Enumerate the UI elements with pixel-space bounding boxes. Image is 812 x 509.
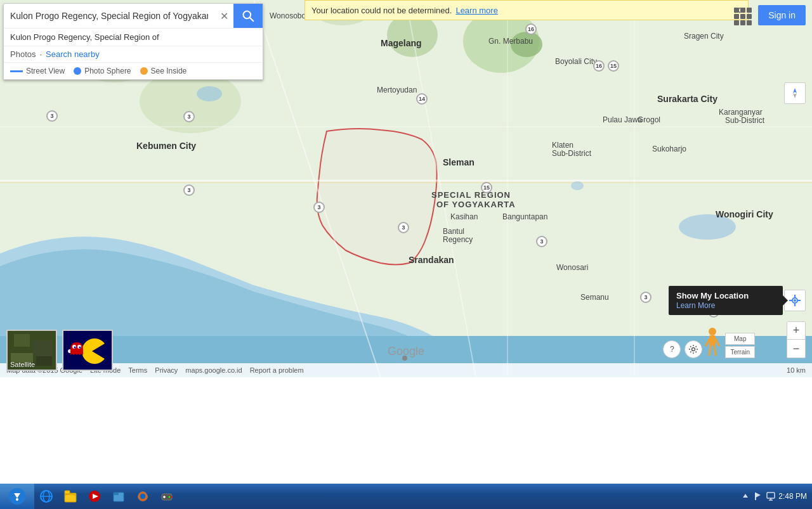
- apps-dot: [747, 8, 752, 13]
- apps-dot: [734, 20, 739, 25]
- street-view-line: [10, 70, 23, 72]
- search-suggestion[interactable]: Kulon Progo Regency, Special Region of: [4, 28, 263, 46]
- map-bottom-icons: ? Map Terrain: [663, 326, 780, 358]
- svg-point-15: [197, 86, 222, 101]
- svg-rect-68: [767, 493, 775, 498]
- see-inside-dot: [140, 67, 148, 75]
- legend-row: Street View Photo Sphere See Inside: [4, 62, 263, 79]
- search-clear-button[interactable]: ✕: [214, 4, 233, 28]
- pegman[interactable]: [705, 326, 720, 358]
- road-circle-3f: 3: [536, 236, 547, 247]
- apps-dot: [747, 20, 752, 25]
- learn-more-link[interactable]: Learn more: [455, 6, 497, 15]
- svg-point-18: [402, 356, 407, 361]
- photo-sphere-legend: Photo Sphere: [74, 67, 131, 75]
- svg-marker-19: [793, 88, 797, 93]
- map-view-buttons: Map Terrain: [725, 333, 755, 358]
- svg-rect-22: [14, 334, 30, 347]
- road-circle-3g: 3: [640, 292, 652, 303]
- svg-point-60: [140, 494, 145, 499]
- svg-point-17: [571, 181, 584, 190]
- satellite-label: Satellite: [10, 361, 35, 368]
- road-circle-16b: 16: [593, 60, 605, 72]
- search-button[interactable]: [233, 4, 263, 28]
- show-location-container: Show My Location Learn More: [669, 286, 806, 315]
- system-clock: 2:48 PM: [778, 492, 807, 501]
- svg-marker-20: [793, 93, 797, 98]
- search-nearby-link[interactable]: Search nearby: [46, 49, 100, 59]
- svg-line-42: [706, 339, 709, 345]
- apps-dot: [747, 14, 752, 19]
- privacy-link[interactable]: Privacy: [155, 366, 178, 374]
- search-links: Photos · Search nearby: [4, 46, 263, 62]
- map-view-thumbnails[interactable]: Satellite: [6, 330, 113, 371]
- settings-button[interactable]: [684, 340, 702, 358]
- zoom-controls[interactable]: + −: [787, 321, 806, 358]
- start-button[interactable]: [0, 484, 34, 509]
- photo-sphere-label: Photo Sphere: [84, 67, 131, 75]
- popup-learn-more[interactable]: Learn More: [676, 301, 715, 310]
- street-view-label: Street View: [26, 67, 65, 75]
- svg-point-63: [171, 496, 173, 498]
- apps-dot: [740, 8, 745, 13]
- taskbar-files[interactable]: [107, 484, 131, 508]
- satellite-thumbnail[interactable]: Satellite: [6, 330, 57, 371]
- direction-control[interactable]: [784, 82, 806, 104]
- taskbar-ie[interactable]: [34, 484, 58, 508]
- report-link[interactable]: Report a problem: [250, 366, 304, 374]
- road-circle-14: 14: [416, 93, 428, 105]
- svg-line-47: [250, 18, 254, 22]
- apps-dot: [740, 14, 745, 19]
- svg-rect-23: [33, 340, 52, 356]
- flag-icon: [753, 491, 763, 501]
- svg-rect-54: [65, 491, 70, 494]
- maps-link[interactable]: maps.google.co.id: [185, 366, 242, 374]
- help-button[interactable]: ?: [663, 340, 681, 358]
- google-apps-button[interactable]: [731, 5, 752, 25]
- search-input[interactable]: [4, 6, 214, 26]
- svg-point-32: [79, 347, 81, 349]
- svg-line-45: [714, 345, 716, 355]
- notification-text: Your location could not be determined.: [311, 6, 452, 15]
- svg-rect-41: [709, 335, 716, 345]
- road-circle-16a: 16: [525, 23, 537, 35]
- scale-text: 10 km: [787, 366, 806, 374]
- svg-point-16: [679, 214, 736, 240]
- taskbar-right: 2:48 PM: [740, 491, 812, 501]
- photo-sphere-dot: [74, 67, 81, 75]
- zoom-in-button[interactable]: +: [787, 322, 805, 340]
- sign-in-button[interactable]: Sign in: [758, 5, 806, 25]
- photos-text: Photos: [10, 49, 36, 59]
- taskbar-explorer[interactable]: [58, 484, 82, 508]
- pacman-thumbnail[interactable]: [62, 330, 113, 371]
- svg-point-39: [692, 348, 695, 351]
- road-circle-3e: 3: [398, 222, 409, 233]
- see-inside-label: See Inside: [151, 67, 187, 75]
- svg-point-40: [709, 328, 716, 335]
- svg-point-31: [74, 347, 76, 349]
- map-button[interactable]: Map: [725, 333, 755, 345]
- taskbar-firefox[interactable]: [131, 484, 155, 508]
- road-circle-3c: 3: [183, 184, 195, 196]
- svg-rect-58: [114, 493, 119, 495]
- notification-bar: Your location could not be determined. L…: [304, 0, 749, 20]
- svg-point-38: [794, 299, 796, 302]
- taskbar-game[interactable]: [155, 484, 179, 508]
- svg-marker-66: [743, 494, 748, 498]
- street-view-legend: Street View: [10, 67, 65, 75]
- monitor-icon: [766, 491, 776, 501]
- tray-arrow-icon: [740, 491, 750, 501]
- top-right-controls: Sign in: [731, 5, 806, 25]
- terrain-button[interactable]: Terrain: [725, 346, 755, 358]
- apps-dot: [734, 14, 739, 19]
- taskbar-media[interactable]: [82, 484, 107, 508]
- road-circle-3d: 3: [313, 202, 325, 213]
- svg-point-4: [511, 32, 542, 57]
- svg-point-49: [16, 498, 18, 501]
- road-circle-15b: 15: [608, 60, 619, 72]
- terms-link[interactable]: Terms: [128, 366, 147, 374]
- map-footer: Map data ©2015 Google Lite mode Terms Pr…: [0, 363, 812, 377]
- zoom-out-button[interactable]: −: [787, 340, 805, 358]
- svg-rect-25: [36, 356, 52, 366]
- road-circle-3b: 3: [183, 111, 195, 122]
